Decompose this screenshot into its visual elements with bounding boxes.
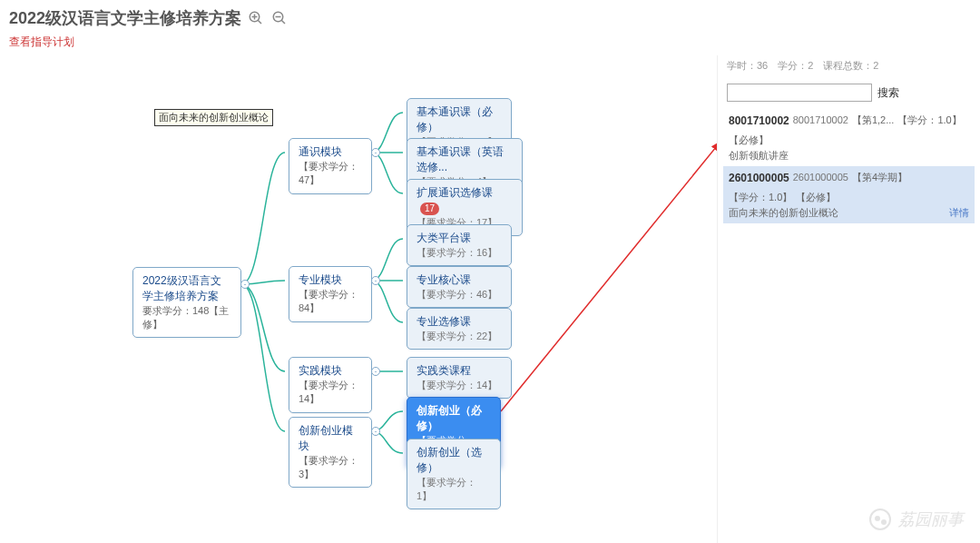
node-sub: 【要求学分：84】 <box>299 288 362 316</box>
expand-toggle-icon[interactable]: - <box>371 276 380 285</box>
node-title: 创新创业（必修） <box>416 403 491 434</box>
search-input[interactable] <box>727 84 872 102</box>
node-root[interactable]: 2022级汉语言文学主修培养方案 要求学分：148【主修】 <box>132 267 241 338</box>
course-code: 2601000005 <box>729 170 789 186</box>
svg-line-7 <box>501 142 717 411</box>
node-title: 实践类课程 <box>416 363 502 379</box>
count-badge: 17 <box>420 202 439 215</box>
node-leaf-major-elective[interactable]: 专业选修课 【要求学分：22】 <box>407 308 512 350</box>
expand-toggle-icon[interactable]: - <box>240 280 250 289</box>
node-title: 实践模块 <box>299 363 362 379</box>
node-module-innovation[interactable]: 创新创业模块 【要求学分：3】 <box>289 417 372 488</box>
node-leaf-platform[interactable]: 大类平台课 【要求学分：16】 <box>407 224 512 266</box>
node-sub: 要求学分：148【主修】 <box>142 304 231 332</box>
expand-toggle-icon[interactable]: - <box>371 148 380 157</box>
course-code-alt: 2601000005 <box>793 170 848 186</box>
node-title: 基本通识课（英语选修... <box>416 144 513 175</box>
subheader: 查看指导计划 <box>0 33 980 55</box>
node-title: 专业选修课 <box>416 314 502 330</box>
node-title: 2022级汉语言文学主修培养方案 <box>142 273 231 304</box>
node-module-major[interactable]: 专业模块 【要求学分：84】 <box>289 266 372 322</box>
node-sub: 【要求学分：1】 <box>416 476 491 504</box>
zoom-out-icon[interactable] <box>270 9 289 27</box>
view-plan-link[interactable]: 查看指导计划 <box>9 35 74 48</box>
tree-canvas[interactable]: 2022级汉语言文学主修培养方案 要求学分：148【主修】 - 通识模块 【要求… <box>0 55 717 543</box>
node-title: 通识模块 <box>299 144 362 160</box>
svg-line-5 <box>281 20 285 24</box>
search-row: 搜索 <box>723 84 975 102</box>
node-title: 大类平台课 <box>416 231 502 246</box>
node-title: 专业模块 <box>299 272 362 288</box>
course-credit: 【学分：1.0】 <box>729 190 792 205</box>
node-title: 基本通识课（必修） <box>416 104 502 135</box>
node-sub: 【要求学分：16】 <box>416 246 502 260</box>
page-title: 2022级汉语言文学主修培养方案 <box>9 7 241 29</box>
node-title: 创新创业模块 <box>299 423 362 454</box>
node-leaf-innovation-elective[interactable]: 创新创业（选修） 【要求学分：1】 <box>407 439 501 509</box>
hover-tooltip: 面向未来的创新创业概论 <box>154 109 273 126</box>
expand-toggle-icon[interactable]: - <box>371 367 380 376</box>
course-req: 【必修】 <box>729 133 769 148</box>
node-sub: 【要求学分：22】 <box>416 330 502 343</box>
course-name: 创新领航讲座 <box>729 148 969 163</box>
node-module-general[interactable]: 通识模块 【要求学分：47】 <box>289 138 372 194</box>
course-term: 【第4学期】 <box>852 170 907 186</box>
course-req: 【必修】 <box>796 190 836 205</box>
course-credit: 【学分：1.0】 <box>897 113 961 129</box>
details-link[interactable]: 详情 <box>949 205 969 221</box>
node-title: 创新创业（选修） <box>416 445 491 476</box>
course-code-alt: 8001710002 <box>793 113 848 129</box>
node-module-practice[interactable]: 实践模块 【要求学分：14】 <box>289 357 372 413</box>
node-leaf-practice[interactable]: 实践类课程 【要求学分：14】 <box>407 357 512 399</box>
node-title: 扩展通识选修课 17 <box>416 185 513 216</box>
node-sub: 【要求学分：3】 <box>299 454 362 482</box>
main-area: 2022级汉语言文学主修培养方案 要求学分：148【主修】 - 通识模块 【要求… <box>0 55 980 543</box>
course-term: 【第1,2... <box>852 113 894 129</box>
node-title: 专业核心课 <box>416 272 502 288</box>
node-sub: 【要求学分：47】 <box>299 160 362 188</box>
expand-toggle-icon[interactable]: - <box>371 427 380 436</box>
course-item-selected[interactable]: 2601000005 2601000005 【第4学期】 【学分：1.0】 【必… <box>723 166 975 223</box>
page-header: 2022级汉语言文学主修培养方案 <box>0 0 980 33</box>
stats-text: 学时：36 学分：2 课程总数：2 <box>723 55 975 80</box>
node-sub: 【要求学分：46】 <box>416 288 502 301</box>
zoom-in-icon[interactable] <box>247 9 265 27</box>
svg-line-1 <box>258 20 261 24</box>
course-item[interactable]: 8001710002 8001710002 【第1,2... 【学分：1.0】 … <box>723 109 975 166</box>
node-sub: 【要求学分：14】 <box>416 379 502 392</box>
right-panel: 学时：36 学分：2 课程总数：2 搜索 8001710002 80017100… <box>717 55 980 543</box>
node-leaf-core[interactable]: 专业核心课 【要求学分：46】 <box>407 266 512 308</box>
course-name: 面向未来的创新创业概论 <box>729 205 969 221</box>
leaf-title-text: 扩展通识选修课 <box>416 186 493 199</box>
course-code: 8001710002 <box>729 113 789 129</box>
search-button[interactable]: 搜索 <box>877 84 899 102</box>
node-sub: 【要求学分：14】 <box>299 379 362 407</box>
